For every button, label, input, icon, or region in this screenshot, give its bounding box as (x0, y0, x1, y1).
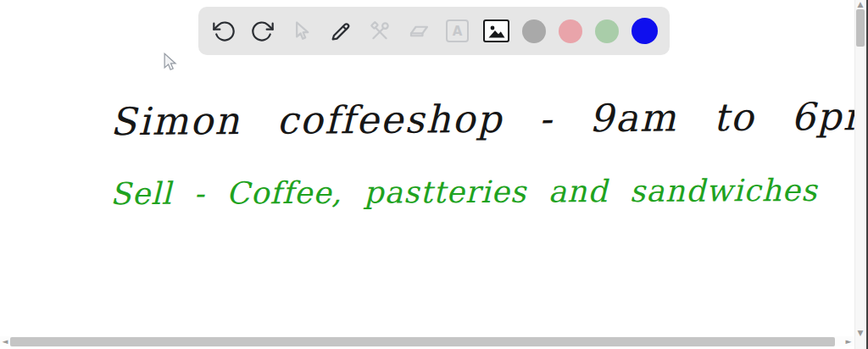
tools-button[interactable] (366, 18, 392, 44)
toolbar: A (198, 7, 670, 55)
image-tool-button[interactable] (483, 18, 509, 44)
redo-icon (251, 19, 275, 43)
undo-icon (212, 19, 236, 43)
image-icon (483, 19, 509, 42)
handwriting-line-black: Simon coffeeshop - 9am to 6pm (110, 94, 868, 144)
color-swatch-green[interactable] (595, 19, 619, 43)
undo-button[interactable] (210, 18, 236, 44)
tools-icon (368, 19, 392, 43)
handwriting-line-green: Sell - Coffee, pastteries and sandwiches (110, 173, 818, 211)
mouse-cursor-icon (164, 53, 177, 71)
color-swatch-pink[interactable] (559, 19, 582, 43)
text-tool-icon: A (446, 19, 469, 42)
scroll-right-arrow[interactable]: ► (844, 337, 853, 346)
pencil-tool-button[interactable] (327, 18, 353, 44)
text-tool-button[interactable]: A (444, 18, 470, 44)
vertical-scrollbar-thumb[interactable] (856, 9, 865, 47)
scroll-up-arrow[interactable]: ▲ (854, 0, 866, 8)
whiteboard-app: Simon coffeeshop - 9am to 6pm Sell - Cof… (0, 0, 868, 349)
color-swatch-blue[interactable] (632, 18, 658, 44)
pencil-icon (329, 19, 353, 43)
scroll-left-arrow[interactable]: ◄ (1, 337, 9, 346)
redo-button[interactable] (249, 18, 275, 44)
vertical-scrollbar-track[interactable] (854, 0, 867, 349)
eraser-tool-button[interactable] (405, 18, 431, 44)
pointer-tool-button[interactable] (288, 18, 314, 44)
eraser-icon (407, 19, 431, 43)
pointer-icon (290, 19, 314, 43)
scroll-down-arrow[interactable]: ▼ (854, 329, 866, 337)
color-swatch-gray[interactable] (522, 19, 546, 43)
horizontal-scrollbar-thumb[interactable] (10, 337, 835, 346)
